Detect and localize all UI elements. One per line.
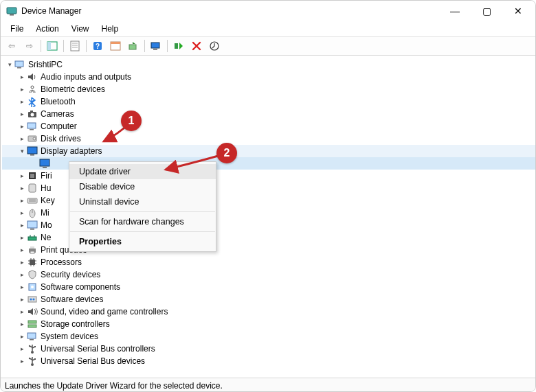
tree-node[interactable]: ▸Cameras — [2, 108, 535, 120]
help-button[interactable]: ? — [89, 38, 106, 54]
svg-rect-0 — [7, 8, 16, 14]
view-by-button[interactable] — [107, 38, 124, 54]
update-driver-button[interactable] — [125, 38, 142, 54]
close-button[interactable]: ✕ — [502, 1, 534, 21]
tree-node-label: Key — [41, 196, 55, 205]
tree-node[interactable]: ▾Display adapters — [2, 145, 535, 157]
chevron-right-icon[interactable]: ▸ — [17, 122, 27, 131]
svg-rect-27 — [27, 147, 37, 154]
minimize-button[interactable]: — — [439, 1, 471, 21]
chevron-right-icon[interactable]: ▸ — [17, 97, 27, 106]
tree-node[interactable]: ▸Sound, video and game controllers — [2, 305, 535, 318]
chevron-right-icon[interactable]: ▸ — [17, 220, 27, 230]
chevron-right-icon[interactable]: ▸ — [17, 332, 27, 341]
tree-node[interactable]: ▸Software components — [2, 281, 535, 293]
svg-rect-12 — [129, 45, 136, 49]
chevron-right-icon[interactable]: ▸ — [17, 344, 27, 354]
menubar: File Action View Help — [1, 21, 535, 36]
context-menu-update-driver[interactable]: Update driver — [69, 164, 216, 179]
properties-button[interactable] — [67, 38, 83, 54]
tree-node[interactable]: ▸Security devices — [2, 268, 535, 281]
tree-node[interactable]: ▸Computer — [2, 120, 535, 132]
device-category-icon — [27, 146, 38, 157]
tree-node[interactable]: ▸Processors — [2, 256, 535, 268]
tree-node-label: Universal Serial Bus devices — [41, 356, 145, 366]
chevron-right-icon[interactable]: ▸ — [17, 270, 27, 279]
tree-node[interactable]: ▸Software devices — [2, 293, 535, 305]
chevron-right-icon[interactable]: ▸ — [17, 109, 27, 119]
svg-point-60 — [33, 299, 35, 301]
add-legacy-button[interactable] — [206, 38, 223, 54]
toolbar-separator — [144, 40, 145, 52]
tree-node-label: Mi — [41, 208, 49, 218]
chevron-right-icon[interactable]: ▸ — [17, 233, 27, 242]
chevron-right-icon[interactable]: ▸ — [17, 319, 27, 329]
tree-node-label: Bluetooth — [41, 97, 76, 106]
tree-node-label: Ne — [41, 233, 51, 242]
annotation-badge-1: 1 — [121, 111, 142, 131]
svg-rect-13 — [151, 43, 159, 48]
chevron-right-icon[interactable]: ▸ — [17, 257, 27, 267]
back-button[interactable]: ⇦ — [3, 38, 20, 54]
tree-node[interactable]: ▸System devices — [2, 330, 535, 343]
chevron-right-icon[interactable]: ▸ — [17, 356, 27, 366]
uninstall-device-button[interactable] — [188, 38, 205, 54]
enable-device-button[interactable] — [170, 38, 187, 54]
chevron-right-icon[interactable]: ▸ — [17, 183, 27, 193]
chevron-right-icon[interactable]: ▸ — [17, 245, 27, 255]
menu-view[interactable]: View — [66, 23, 95, 34]
svg-rect-4 — [71, 41, 79, 51]
tree-node[interactable]: ▸Audio inputs and outputs — [2, 71, 535, 83]
toolbar: ⇦ ⇨ ? — [1, 36, 535, 56]
menu-file[interactable]: File — [5, 23, 29, 34]
chevron-right-icon[interactable]: ▸ — [17, 72, 27, 82]
context-menu-uninstall-device[interactable]: Uninstall device — [69, 194, 216, 209]
chevron-right-icon[interactable]: ▸ — [17, 134, 27, 143]
device-category-icon — [27, 294, 38, 305]
tree-node-label: Universal Serial Bus controllers — [41, 344, 155, 354]
svg-rect-46 — [30, 251, 34, 253]
context-menu-scan-hardware[interactable]: Scan for hardware changes — [69, 214, 216, 229]
menu-action[interactable]: Action — [30, 23, 64, 34]
device-category-icon — [27, 343, 38, 354]
svg-rect-41 — [28, 237, 36, 240]
tree-root[interactable]: ▾ SrishtiPC — [2, 58, 535, 71]
chevron-down-icon[interactable]: ▾ — [17, 146, 27, 156]
tree-node-label: Disk drives — [41, 134, 81, 143]
app-icon — [6, 5, 17, 16]
device-category-icon — [27, 356, 38, 367]
svg-rect-17 — [15, 61, 23, 67]
chevron-right-icon[interactable]: ▸ — [17, 84, 27, 94]
scan-hardware-button[interactable] — [148, 38, 164, 54]
tree-node[interactable]: ▸Universal Serial Bus controllers — [2, 343, 535, 355]
menu-help[interactable]: Help — [96, 23, 124, 34]
tree-node[interactable]: ▸Disk drives — [2, 132, 535, 145]
svg-rect-24 — [30, 129, 34, 130]
chevron-right-icon[interactable]: ▸ — [17, 171, 27, 181]
toolbar-separator — [41, 40, 41, 52]
show-hide-tree-button[interactable] — [44, 38, 60, 54]
tree-node-label: Software components — [41, 282, 120, 292]
context-menu-disable-device[interactable]: Disable device — [69, 179, 216, 194]
chevron-right-icon[interactable]: ▸ — [17, 196, 27, 205]
chevron-right-icon[interactable]: ▸ — [17, 282, 27, 292]
tree-node[interactable]: ▸Universal Serial Bus devices — [2, 355, 535, 367]
tree-node[interactable]: ▸Storage controllers — [2, 318, 535, 330]
maximize-button[interactable]: ▢ — [471, 1, 502, 21]
tree-node-label: Mo — [41, 220, 52, 230]
tree-node[interactable]: ▸Bluetooth — [2, 95, 535, 108]
chevron-right-icon[interactable]: ▸ — [17, 295, 27, 304]
chevron-right-icon[interactable]: ▸ — [17, 307, 27, 316]
forward-button[interactable]: ⇨ — [21, 38, 38, 54]
tree-node[interactable]: ▸Biometric devices — [2, 83, 535, 95]
context-menu-properties[interactable]: Properties — [69, 234, 216, 249]
tree-node-label: Software devices — [41, 295, 103, 304]
chevron-right-icon[interactable]: ▸ — [17, 208, 27, 218]
tree-root-label: SrishtiPC — [28, 60, 63, 69]
tree-node-label: Computer — [41, 122, 77, 131]
device-category-icon — [27, 281, 38, 292]
device-category-icon — [27, 220, 38, 231]
chevron-down-icon[interactable]: ▾ — [5, 60, 14, 69]
device-category-icon — [27, 133, 38, 144]
svg-point-26 — [33, 137, 36, 140]
